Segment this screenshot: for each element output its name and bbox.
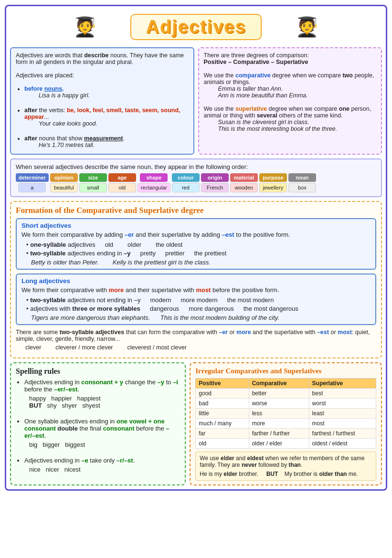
spelling-rule3: Adjectives ending in –e take only –r/–st… — [24, 457, 180, 473]
col-purpose-value: jewellery — [259, 183, 287, 192]
col-opinion: opinion beautiful — [50, 173, 78, 192]
comp-ex1: Emma is taller than Ann. — [218, 85, 377, 92]
est-label: –est — [222, 231, 234, 238]
irr-little-sup: least — [309, 409, 376, 419]
col-age-header: age — [108, 173, 136, 182]
bold-describe: describe — [84, 52, 108, 59]
after-label: after — [24, 107, 37, 114]
after-verbs-example: Your cake looks good. — [39, 120, 97, 127]
irr-row-much: much / many more most — [196, 419, 376, 429]
short-row2-comp: prettier — [165, 250, 184, 257]
two-syllable-note: There are some two-syllable adjectives t… — [16, 329, 376, 351]
irr-bad-sup: worst — [309, 399, 376, 409]
y-to-i: –y — [158, 379, 164, 386]
long-examples: Tigers are more dangerous than elephants… — [31, 314, 371, 321]
irr-much-sup: most — [309, 419, 376, 429]
short-row2-pos: pretty — [140, 250, 156, 257]
irr-th-positive: Positive — [196, 379, 249, 389]
irr-th-superlative: Superlative — [309, 379, 376, 389]
two-syl-label: two-syllable adjectives — [60, 329, 124, 336]
intro-left: Adjectives are words that describe nouns… — [10, 47, 194, 155]
before-example: Lisa is a happy girl. — [39, 92, 90, 99]
elder-note-text: We use elder and eldest when we refer to… — [200, 455, 372, 468]
two-syl-intro: There are some two-syllable adjectives t… — [16, 329, 376, 342]
short-adjectives-section: Short adjectives We form their comparati… — [16, 218, 376, 270]
long-row1-sup: the most modern — [227, 296, 274, 304]
er-label: –er — [125, 231, 134, 238]
several-label: several — [257, 112, 277, 119]
two-syl-row: clever cleverer / more clever cleverest … — [25, 344, 376, 351]
long-row1: • two-syllable adjectives not ending in … — [26, 296, 371, 304]
never-label: never — [242, 462, 257, 468]
superlative-desc: We use the superlative degree when we co… — [204, 105, 377, 119]
short-adj-title: Short adjectives — [21, 222, 371, 229]
e-label: –e — [81, 457, 88, 464]
irr-header-row: Positive Comparative Superlative — [196, 379, 376, 389]
placement-after-verbs: after the verbs: be, look, feel, smell, … — [24, 107, 189, 127]
long-row2-label: • adjectives with three or more syllable… — [26, 305, 140, 312]
sup-ex1: Susan is the cleverest girl in class. — [218, 119, 377, 126]
intro-right: There are three degrees of comparison: P… — [198, 47, 382, 155]
elder-example: He is my elder brother. BUT My brother i… — [200, 471, 372, 477]
spelling-rule2: One syllable adjectives ending in one vo… — [24, 418, 180, 448]
col-noun-value: box — [288, 183, 316, 192]
irr-old-sup: oldest / eldest — [309, 439, 376, 449]
title-container: Adjectives — [130, 14, 261, 40]
long-row2-sup: the most dangerous — [244, 305, 298, 312]
comparison-intro: There are three degrees of comparison: — [204, 52, 377, 59]
long-adj-rows: • two-syllable adjectives not ending in … — [26, 296, 371, 312]
long-row1-pos: modern — [150, 296, 171, 304]
short-examples: Betty is older than Peter. Kelly is the … — [31, 259, 371, 266]
long-adj-title: Long adjectives — [21, 277, 371, 284]
col-colour: colour red — [172, 173, 200, 192]
than-label: than — [289, 462, 301, 468]
header: 🧑‍🎓 Adjectives 🧑‍🎓 — [10, 10, 382, 43]
rule3-example: nice nicer nicest — [29, 466, 180, 473]
one-syllable-label: one-syllable — [30, 241, 66, 248]
consonant-label: consonant — [103, 425, 135, 432]
eldest-word: eldest — [247, 455, 264, 462]
y-label: –y — [124, 250, 130, 257]
after-nouns-label: after — [24, 135, 37, 142]
elder-word: elder — [221, 455, 234, 462]
spelling-section: Spelling rules Adjectives ending in cons… — [10, 362, 186, 485]
spelling-rules-list: Adjectives ending in consonant + y chang… — [16, 379, 180, 473]
col-determiner-header: determiner — [16, 173, 49, 182]
clever-sup: cleverest / most clever — [127, 344, 187, 351]
irr-row-bad: bad worse worst — [196, 399, 376, 409]
long-row2-comp: more dangerous — [189, 305, 234, 312]
short-row2-sup: the prettiest — [194, 250, 226, 257]
long-intro: We form their comparative with more and … — [21, 286, 371, 294]
col-purpose: purpose jewellery — [259, 173, 287, 192]
irregular-table: Positive Comparative Superlative good be… — [195, 378, 376, 449]
order-section: When several adjectives describe the sam… — [10, 158, 382, 197]
er-est-1: –er/–est — [54, 386, 77, 393]
rule1-but: BUT shy shyer shyest — [29, 402, 180, 409]
order-table: determiner a opinion beautiful size smal… — [16, 173, 376, 192]
col-shape-value: rectangular — [138, 183, 170, 192]
degrees-label: Positive – Comparative – Superlative — [204, 59, 308, 65]
char-left-icon: 🧑‍🎓 — [68, 10, 102, 43]
two-label: two — [342, 72, 353, 79]
col-opinion-value: beautiful — [50, 183, 78, 192]
col-colour-value: red — [172, 183, 200, 192]
irr-little-comp: less — [249, 409, 309, 419]
col-size: size small — [79, 173, 107, 192]
most-label: most — [196, 286, 211, 294]
er-or-more: –er — [219, 329, 228, 336]
col-shape-header: shape — [140, 173, 168, 182]
short-row1-sup: the oldest — [156, 241, 182, 248]
measurement-label: measurement — [84, 135, 123, 142]
short-intro: We form their comparative by adding –er … — [21, 231, 371, 238]
rule1-example: happy happier happiest — [29, 395, 180, 402]
col-purpose-header: purpose — [259, 173, 287, 182]
comparative-word: comparative — [235, 72, 271, 79]
col-origin-header: origin — [201, 173, 229, 182]
short-row1-label: • one-syllable adjectives — [26, 241, 95, 248]
irr-much-comp: more — [249, 419, 309, 429]
irr-little-pos: little — [196, 409, 249, 419]
placement-list: before nouns. Lisa is a happy girl. afte… — [16, 85, 189, 148]
irr-bad-comp: worse — [249, 399, 309, 409]
most-label2: most — [338, 329, 352, 336]
col-determiner-value: a — [18, 183, 46, 192]
